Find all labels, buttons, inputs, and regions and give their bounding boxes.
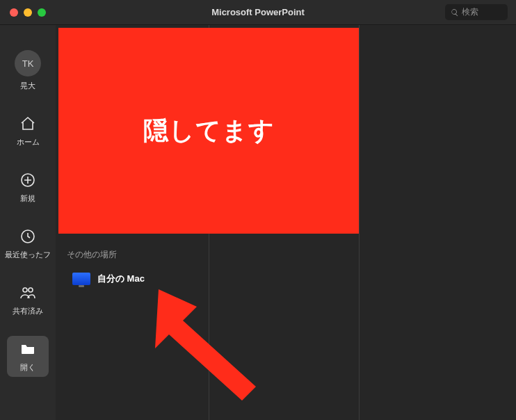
search-input[interactable]: 検索 (445, 4, 508, 20)
home-icon (19, 115, 37, 133)
sidebar-item-label: 共有済み (13, 306, 43, 316)
close-window-button[interactable] (10, 8, 18, 17)
redacted-block: 隠してます (58, 28, 359, 234)
redacted-text: 隠してます (143, 114, 275, 148)
plus-circle-icon (19, 171, 37, 189)
sidebar-item-label: ホーム (17, 137, 40, 147)
sidebar-item-new[interactable]: 新規 (7, 167, 49, 208)
people-icon (19, 284, 37, 302)
sidebar-item-open[interactable]: 開く (7, 336, 49, 377)
sidebar-item-home[interactable]: ホーム (7, 111, 49, 152)
window-title: Microsoft PowerPoint (211, 7, 305, 17)
sidebar-item-label: 開く (20, 362, 35, 373)
search-placeholder: 検索 (462, 6, 478, 18)
titlebar: Microsoft PowerPoint 検索 (0, 0, 516, 25)
svg-point-2 (23, 288, 27, 292)
sidebar-item-recent[interactable]: 最近使ったフ (7, 223, 49, 264)
sidebar-item-shared[interactable]: 共有済み (7, 280, 49, 321)
location-item-my-mac[interactable]: 自分の Mac (67, 268, 150, 289)
sidebar-item-label: 最近使ったフ (5, 250, 51, 260)
annotation-arrow-icon (138, 268, 277, 407)
traffic-lights (0, 8, 46, 17)
sidebar: TK 晃大 ホーム 新規 最近使ったフ 共有済み (0, 25, 56, 420)
section-header-other-locations: その他の場所 (67, 249, 117, 261)
location-label: 自分の Mac (97, 273, 145, 285)
maximize-window-button[interactable] (38, 8, 46, 17)
svg-point-3 (29, 288, 33, 292)
minimize-window-button[interactable] (24, 8, 32, 17)
main-panel: 隠してます その他の場所 自分の Mac (56, 25, 516, 420)
folder-icon (19, 340, 37, 358)
avatar: TK (15, 50, 41, 76)
computer-icon (72, 273, 90, 285)
divider (359, 25, 360, 420)
sidebar-item-label: 新規 (20, 193, 35, 204)
svg-marker-4 (155, 289, 256, 401)
sidebar-item-label: 晃大 (20, 81, 35, 91)
sidebar-item-account[interactable]: TK 晃大 (7, 46, 49, 95)
clock-icon (19, 227, 37, 245)
avatar-initials: TK (22, 58, 34, 69)
search-icon (451, 8, 459, 17)
